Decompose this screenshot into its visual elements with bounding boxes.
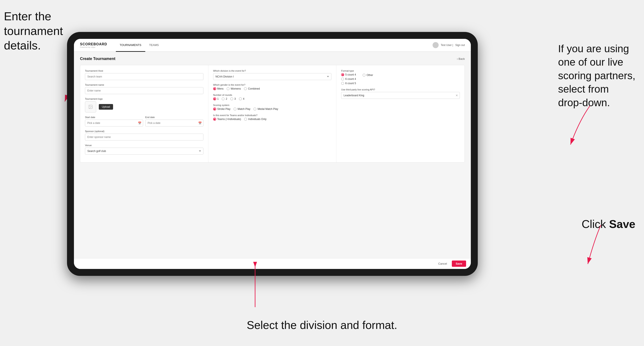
format-other-label: Other bbox=[367, 74, 373, 77]
svg-point-2 bbox=[90, 106, 90, 106]
tablet-screen: SCOREBOARD Powered by clippi TOURNAMENTS… bbox=[74, 39, 471, 269]
scoring-label: Scoring system bbox=[213, 104, 332, 106]
gender-womens[interactable]: Womens bbox=[226, 87, 241, 90]
live-scoring-label: Use third-party live scoring API? bbox=[341, 88, 460, 91]
rounds-3-label: 3 bbox=[234, 97, 236, 100]
radio-2-indicator bbox=[222, 97, 224, 100]
gender-mens[interactable]: Mens bbox=[213, 87, 224, 90]
radio-medal-indicator bbox=[253, 108, 256, 111]
scoring-radio-group: Stroke Play Match Play Medal Match Play bbox=[213, 108, 332, 111]
sign-out-link[interactable]: Sign out bbox=[455, 44, 465, 47]
brand-sub: Powered by clippi bbox=[80, 46, 107, 48]
start-date-label: Start date bbox=[85, 116, 143, 119]
user-text: Test User | bbox=[441, 44, 453, 47]
page-header: Create Tournament Back bbox=[80, 57, 465, 61]
clear-icon[interactable]: ✕ bbox=[456, 94, 458, 97]
gender-combined-label: Combined bbox=[248, 87, 260, 90]
form-col-2: Which division is the event for? NCAA Di… bbox=[208, 65, 336, 162]
navbar: SCOREBOARD Powered by clippi TOURNAMENTS… bbox=[74, 39, 471, 52]
tournament-name-group: Tournament name bbox=[85, 84, 204, 94]
format-6count4[interactable]: 6 count 4 bbox=[341, 77, 356, 81]
teams-label: Is this event for Teams and/or Individua… bbox=[213, 114, 332, 117]
app-container: SCOREBOARD Powered by clippi TOURNAMENTS… bbox=[74, 39, 471, 269]
back-link[interactable]: Back bbox=[457, 57, 465, 60]
teams-plus-individuals[interactable]: Teams (+Individuals) bbox=[213, 118, 241, 121]
scoring-match-label: Match Play bbox=[238, 108, 250, 111]
radio-individuals-indicator bbox=[244, 118, 247, 121]
end-date-input[interactable] bbox=[145, 120, 204, 127]
format-6count5[interactable]: 6 count 5 bbox=[341, 82, 356, 85]
teams-group: Is this event for Teams and/or Individua… bbox=[213, 114, 332, 121]
tournament-host-input[interactable] bbox=[85, 73, 204, 80]
main-nav: TOURNAMENTS TEAMS bbox=[116, 39, 432, 52]
gender-group: Which gender is the event for? Mens Wome… bbox=[213, 84, 332, 90]
tournament-host-label: Tournament Host bbox=[85, 69, 204, 72]
form-grid: Tournament Host Tournament name Tourname… bbox=[80, 65, 465, 163]
form-col-1: Tournament Host Tournament name Tourname… bbox=[80, 65, 208, 162]
rounds-4[interactable]: 4 bbox=[239, 97, 244, 100]
live-scoring-input[interactable] bbox=[341, 92, 460, 99]
scoring-medal[interactable]: Medal Match Play bbox=[253, 108, 278, 111]
logo-upload-area: Upload bbox=[85, 101, 204, 112]
radio-mens-indicator bbox=[213, 87, 216, 90]
live-scoring-wrap: ✕ bbox=[341, 92, 460, 99]
format-type-group: Format type 5 count 4 6 count bbox=[341, 69, 460, 85]
division-select[interactable]: NCAA Division I bbox=[213, 73, 332, 80]
tournament-logo-label: Tournament logo bbox=[85, 98, 204, 100]
teams-plus-label: Teams (+Individuals) bbox=[217, 118, 241, 121]
rounds-4-label: 4 bbox=[243, 97, 244, 100]
annotation-top-right: If you are usingone of our livescoring p… bbox=[558, 42, 636, 109]
scoring-group: Scoring system Stroke Play Match Play bbox=[213, 104, 332, 111]
nav-tournaments[interactable]: TOURNAMENTS bbox=[116, 39, 145, 52]
cancel-button[interactable]: Cancel bbox=[436, 261, 450, 267]
save-button[interactable]: Save bbox=[452, 261, 466, 267]
tournament-name-label: Tournament name bbox=[85, 84, 204, 86]
radio-3-indicator bbox=[230, 97, 233, 100]
tablet-device: SCOREBOARD Powered by clippi TOURNAMENTS… bbox=[67, 32, 478, 276]
radio-teams-indicator bbox=[213, 118, 216, 121]
rounds-group: Number of rounds 1 2 bbox=[213, 94, 332, 100]
gender-label: Which gender is the event for? bbox=[213, 84, 332, 86]
calendar-icon: 📅 bbox=[138, 122, 142, 125]
gender-radio-group: Mens Womens Combined bbox=[213, 87, 332, 90]
brand: SCOREBOARD Powered by clippi bbox=[80, 42, 107, 48]
start-date-wrap: 📅 bbox=[85, 120, 143, 127]
sponsor-input[interactable] bbox=[85, 134, 204, 141]
radio-stroke-indicator bbox=[213, 108, 216, 111]
page-title: Create Tournament bbox=[80, 57, 116, 61]
tournament-name-input[interactable] bbox=[85, 87, 204, 94]
scoring-match[interactable]: Match Play bbox=[234, 108, 250, 111]
radio-4-indicator bbox=[239, 97, 242, 100]
scoring-stroke[interactable]: Stroke Play bbox=[213, 108, 230, 111]
gender-combined[interactable]: Combined bbox=[244, 87, 260, 90]
radio-6count4-indicator bbox=[341, 77, 344, 81]
tournament-logo-group: Tournament logo Upload bbox=[85, 98, 204, 112]
format-5count4[interactable]: 5 count 4 bbox=[341, 73, 356, 76]
annotation-top-left: Enter thetournamentdetails. bbox=[4, 9, 63, 53]
annotation-bottom-center: Select the division and format. bbox=[247, 318, 397, 333]
logo-placeholder bbox=[85, 101, 96, 112]
individuals-only[interactable]: Individuals Only bbox=[244, 118, 266, 121]
rounds-1[interactable]: 1 bbox=[213, 97, 219, 100]
individuals-label: Individuals Only bbox=[248, 118, 266, 121]
brand-title: SCOREBOARD bbox=[80, 42, 107, 46]
live-scoring-group: Use third-party live scoring API? ✕ bbox=[341, 88, 460, 99]
rounds-radio-group: 1 2 3 bbox=[213, 97, 332, 100]
radio-1-indicator bbox=[213, 97, 216, 100]
content-area: Create Tournament Back Tournament Host T… bbox=[74, 52, 471, 258]
format-6count5-label: 6 count 5 bbox=[345, 82, 356, 85]
venue-select[interactable]: Search golf club bbox=[85, 148, 204, 155]
radio-combined-indicator bbox=[244, 87, 247, 90]
format-options: 5 count 4 6 count 4 6 count 5 bbox=[341, 73, 356, 85]
rounds-3[interactable]: 3 bbox=[230, 97, 236, 100]
scoring-medal-label: Medal Match Play bbox=[258, 108, 278, 111]
rounds-label: Number of rounds bbox=[213, 94, 332, 96]
rounds-2[interactable]: 2 bbox=[222, 97, 227, 100]
start-date-input[interactable] bbox=[85, 120, 143, 127]
avatar bbox=[432, 42, 439, 48]
start-date-group: Start date 📅 bbox=[85, 116, 143, 127]
format-other[interactable]: Other bbox=[362, 74, 373, 77]
navbar-right: Test User | Sign out bbox=[432, 42, 465, 48]
upload-button[interactable]: Upload bbox=[99, 104, 113, 110]
nav-teams[interactable]: TEAMS bbox=[145, 39, 163, 52]
